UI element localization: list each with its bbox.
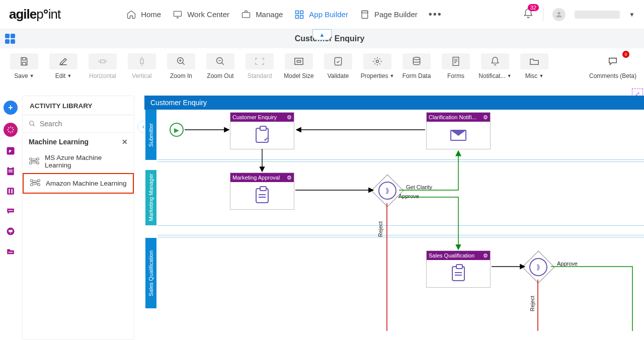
swimlane-sales[interactable]: Sales Qualification: [145, 238, 156, 308]
nav-home[interactable]: Home: [126, 10, 161, 20]
svg-rect-3: [300, 11, 303, 14]
svg-rect-21: [9, 170, 13, 171]
svg-rect-20: [9, 166, 13, 168]
ml-icon: [29, 156, 40, 167]
user-menu-chevron-icon[interactable]: ▼: [629, 11, 635, 18]
task-marketing-approval[interactable]: Marketing Approval⚙: [230, 173, 294, 210]
swimlane-marketing[interactable]: Marketing Manager: [145, 170, 156, 225]
rail-monitor-button[interactable]: [5, 225, 17, 237]
task-clarification-notification[interactable]: Clarification Notifi...⚙: [426, 112, 491, 149]
add-activity-button[interactable]: +: [4, 101, 18, 115]
nav-manage-label: Manage: [256, 10, 283, 19]
horizontal-button[interactable]: Horizontal: [86, 53, 120, 79]
sparkle-icon: [7, 126, 15, 134]
columns-icon: [6, 187, 15, 196]
edge-label-reject2: Reject: [529, 296, 535, 311]
person-icon: [555, 11, 563, 19]
task-title: Customer Enquiry: [232, 114, 277, 120]
gateway-marketing-decision[interactable]: ⟫: [371, 174, 404, 207]
top-nav: agilepint Home Work Center Manage App Bu…: [0, 0, 644, 29]
xor-icon: ⟫: [536, 263, 540, 271]
gateway-sales-decision[interactable]: ⟫: [522, 250, 554, 283]
process-diagram: Submitter Marketing Manager Sales Qualif…: [144, 110, 644, 331]
zoom-out-icon: [215, 56, 225, 66]
rail-folder-button[interactable]: [5, 245, 17, 258]
library-item-label: Amazon Machine Learning: [46, 180, 127, 187]
zoom-out-button[interactable]: Zoom Out: [203, 53, 237, 79]
clipboard-lines-icon: [256, 188, 269, 203]
task-sales-qualification[interactable]: Sales Qualification⚙: [426, 250, 491, 288]
library-item-azure-ml[interactable]: MS Azure Machine Learning: [23, 150, 134, 173]
svg-rect-7: [362, 11, 368, 13]
clipboard-lines-icon: [452, 266, 465, 281]
activity-search-input[interactable]: [40, 120, 128, 128]
nav-work-center-label: Work Center: [187, 10, 229, 19]
rail-clipboard-button[interactable]: [5, 165, 17, 177]
nav-more-button[interactable]: •••: [429, 9, 442, 20]
nav-page-builder[interactable]: Page Builder: [359, 10, 418, 20]
properties-button[interactable]: Properties▼: [360, 53, 394, 79]
gear-icon[interactable]: ⚙: [287, 175, 292, 181]
collapse-toolbar-button[interactable]: ▲: [312, 29, 332, 40]
comments-button[interactable]: 0 Comments (Beta): [589, 53, 637, 79]
grid-icon: [294, 10, 305, 20]
svg-point-31: [30, 157, 32, 160]
validate-icon: [333, 56, 343, 66]
forms-button[interactable]: Forms: [439, 53, 473, 79]
nav-app-builder[interactable]: App Builder: [294, 10, 348, 20]
chevron-down-icon: ▼: [389, 73, 394, 78]
chat-icon: [6, 207, 15, 215]
envelope-icon: [450, 130, 466, 141]
task-customer-enquiry[interactable]: Customer Enquiry⚙ ✔: [230, 112, 294, 149]
briefcase-icon: [240, 10, 252, 20]
process-canvas[interactable]: ‹ ⤢ Customer Enquiry Submitter Marketing…: [144, 96, 644, 340]
svg-rect-19: [7, 167, 14, 176]
model-size-icon: [293, 57, 304, 66]
standard-button[interactable]: Standard: [243, 53, 277, 79]
edit-button[interactable]: Edit▼: [46, 53, 80, 79]
svg-point-30: [30, 121, 34, 125]
rail-edit-button[interactable]: [5, 145, 17, 157]
svg-rect-10: [140, 59, 143, 63]
notifications-button[interactable]: 32: [523, 8, 534, 21]
task-title: Sales Qualification: [429, 252, 474, 259]
library-item-amazon-ml[interactable]: Amazon Machine Learning: [23, 173, 134, 194]
nav-manage[interactable]: Manage: [240, 10, 283, 20]
gear-icon[interactable]: ⚙: [483, 252, 488, 259]
clipboard-icon: [6, 166, 15, 176]
form-data-button[interactable]: Form Data: [399, 53, 434, 79]
user-avatar[interactable]: [552, 8, 566, 21]
nav-home-label: Home: [141, 10, 161, 19]
gear-icon[interactable]: ⚙: [287, 114, 292, 121]
save-button[interactable]: Save▼: [7, 53, 41, 79]
rail-columns-button[interactable]: [5, 185, 17, 197]
svg-rect-26: [9, 210, 13, 211]
model-size-button[interactable]: Model Size: [282, 53, 316, 79]
edge-label-get-clarity: Get Clarity: [406, 184, 432, 190]
gear-icon[interactable]: ⚙: [483, 114, 488, 121]
vertical-button[interactable]: Vertical: [125, 53, 159, 79]
svg-point-36: [31, 184, 33, 186]
rail-selected-item[interactable]: [4, 123, 18, 137]
activity-search[interactable]: [23, 115, 134, 133]
svg-point-16: [413, 57, 420, 60]
validate-button[interactable]: Validate: [321, 53, 355, 79]
start-event[interactable]: ▶: [170, 123, 184, 137]
folder-icon: [529, 57, 540, 66]
chevron-down-icon: ▼: [30, 73, 34, 78]
monitor-icon: [172, 10, 183, 20]
logo-dot-icon: [44, 10, 48, 14]
notifications-tool-button[interactable]: Notificat...▼: [478, 53, 512, 79]
misc-button[interactable]: Misc▼: [517, 53, 551, 79]
swimlane-submitter[interactable]: Submitter: [145, 110, 156, 160]
apps-grid-button[interactable]: [5, 34, 15, 44]
svg-rect-13: [295, 58, 303, 65]
nav-work-center[interactable]: Work Center: [172, 10, 229, 20]
svg-rect-17: [453, 57, 459, 66]
close-group-button[interactable]: ✕: [122, 138, 128, 146]
zoom-in-button[interactable]: Zoom In: [164, 53, 198, 79]
align-horizontal-icon: [97, 58, 108, 65]
edge-label-reject: Reject: [377, 221, 383, 237]
svg-rect-5: [300, 15, 303, 18]
rail-chat-button[interactable]: [5, 205, 17, 217]
